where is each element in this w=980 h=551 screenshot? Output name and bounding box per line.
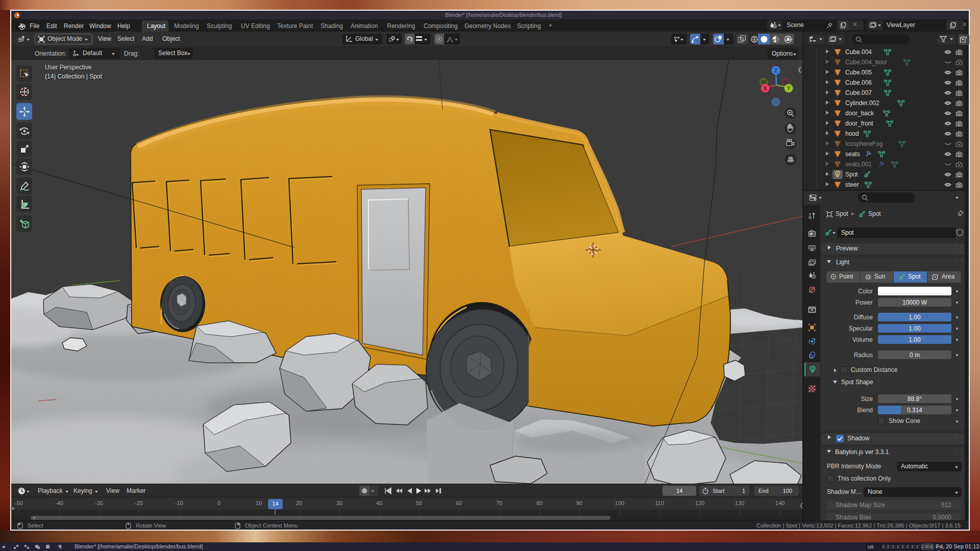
svg-text:Z: Z [774,68,777,73]
svg-text:Y: Y [787,86,791,91]
svg-text:X: X [764,86,767,91]
